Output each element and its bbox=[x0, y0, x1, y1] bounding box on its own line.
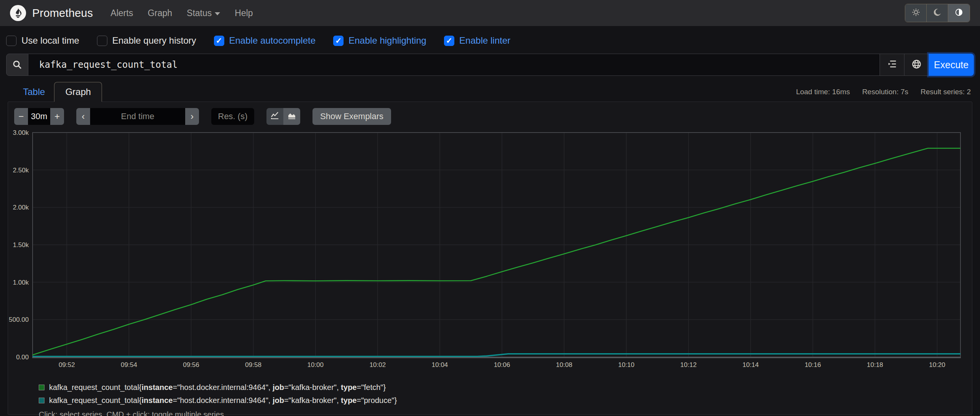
time-series-chart[interactable]: 0.00500.001.00k1.50k2.00k2.50k3.00k09:52… bbox=[8, 130, 971, 375]
checkbox-enable-linter[interactable]: ✓Enable linter bbox=[444, 35, 510, 46]
search-icon bbox=[6, 54, 28, 76]
metrics-explorer-button[interactable] bbox=[904, 54, 929, 76]
query-expression-input[interactable] bbox=[28, 54, 880, 76]
checkbox-label: Enable highlighting bbox=[349, 35, 426, 46]
checkbox-label: Use local time bbox=[21, 35, 79, 46]
end-time-input[interactable] bbox=[90, 108, 185, 125]
x-axis-tick-label: 10:00 bbox=[307, 361, 324, 369]
nav-item-label: Status bbox=[187, 8, 212, 18]
checkbox-use-local-time[interactable]: ✓Use local time bbox=[6, 35, 79, 46]
x-axis-tick-label: 10:14 bbox=[742, 361, 759, 369]
series-line-0[interactable] bbox=[33, 148, 960, 355]
checkbox-enable-query-history[interactable]: ✓Enable query history bbox=[97, 35, 196, 46]
prometheus-app: Prometheus AlertsGraphStatusHelp bbox=[0, 0, 980, 416]
x-axis-tick-label: 10:16 bbox=[805, 361, 821, 369]
checkmark-icon: ✓ bbox=[446, 37, 452, 44]
x-axis-tick-label: 10:04 bbox=[432, 361, 448, 369]
y-axis-tick-label: 0.00 bbox=[16, 354, 29, 361]
line-chart-icon bbox=[270, 111, 280, 122]
resolution-input[interactable] bbox=[211, 108, 254, 125]
checkbox-checked-icon[interactable]: ✓ bbox=[444, 36, 454, 46]
x-axis-tick-label: 09:56 bbox=[183, 361, 199, 369]
checkbox-unchecked-icon[interactable]: ✓ bbox=[6, 36, 16, 46]
theme-toggle-group bbox=[905, 4, 970, 22]
chart-type-group bbox=[266, 108, 300, 125]
y-axis-tick-label: 1.00k bbox=[13, 279, 29, 286]
nav-item-help[interactable]: Help bbox=[235, 8, 253, 18]
line-chart-button[interactable] bbox=[266, 108, 283, 125]
chart-legend: kafka_request_count_total{instance="host… bbox=[8, 383, 972, 416]
x-axis-tick-label: 09:58 bbox=[245, 361, 261, 369]
nav-item-alerts[interactable]: Alerts bbox=[110, 8, 133, 18]
x-axis-tick-label: 10:06 bbox=[494, 361, 510, 369]
x-axis-tick-label: 10:18 bbox=[867, 361, 883, 369]
app-title: Prometheus bbox=[32, 7, 93, 20]
y-axis-tick-label: 2.00k bbox=[13, 204, 29, 211]
x-axis-tick-label: 10:20 bbox=[929, 361, 945, 369]
tab-graph[interactable]: Graph bbox=[54, 82, 102, 102]
time-back-button[interactable]: ‹ bbox=[76, 108, 90, 125]
nav-item-label: Alerts bbox=[110, 8, 133, 18]
result-series-stat: Result series: 2 bbox=[921, 88, 971, 96]
panel-tabs: Table Graph bbox=[8, 82, 102, 102]
theme-auto-button[interactable] bbox=[948, 4, 970, 22]
checkbox-checked-icon[interactable]: ✓ bbox=[214, 36, 224, 46]
tab-table[interactable]: Table bbox=[14, 83, 54, 101]
chart-area[interactable]: 0.00500.001.00k1.50k2.00k2.50k3.00k09:52… bbox=[8, 130, 972, 377]
navbar-links: AlertsGraphStatusHelp bbox=[110, 8, 253, 18]
legend-series-label: kafka_request_count_total{instance="host… bbox=[49, 396, 397, 405]
legend-series-label: kafka_request_count_total{instance="host… bbox=[49, 383, 386, 392]
graph-panel: − + ‹ › bbox=[8, 102, 972, 415]
tree-view-button[interactable] bbox=[880, 54, 904, 76]
checkbox-label: Enable query history bbox=[112, 35, 196, 46]
checkbox-enable-highlighting[interactable]: ✓Enable highlighting bbox=[333, 35, 426, 46]
checkbox-unchecked-icon[interactable]: ✓ bbox=[97, 36, 107, 46]
checkbox-label: Enable autocomplete bbox=[229, 35, 316, 46]
query-options-row: ✓Use local time✓Enable query history✓Ena… bbox=[0, 26, 980, 54]
legend-item-0[interactable]: kafka_request_count_total{instance="host… bbox=[39, 383, 972, 392]
stacked-chart-button[interactable] bbox=[283, 108, 300, 125]
x-axis-tick-label: 10:02 bbox=[370, 361, 386, 369]
legend-hint: Click: select series, CMD + click: toggl… bbox=[39, 410, 972, 416]
stacked-chart-icon bbox=[287, 111, 296, 122]
checkbox-label: Enable linter bbox=[459, 35, 510, 46]
checkbox-enable-autocomplete[interactable]: ✓Enable autocomplete bbox=[214, 35, 316, 46]
sun-icon bbox=[912, 8, 920, 18]
decrease-range-button[interactable]: − bbox=[14, 108, 28, 125]
nav-item-graph[interactable]: Graph bbox=[148, 8, 172, 18]
graph-controls: − + ‹ › bbox=[8, 102, 972, 125]
globe-icon bbox=[911, 59, 922, 71]
increase-range-button[interactable]: + bbox=[50, 108, 64, 125]
load-time-stat: Load time: 16ms bbox=[796, 88, 850, 96]
range-group: − + bbox=[14, 108, 64, 125]
legend-swatch-icon bbox=[39, 385, 44, 390]
navbar: Prometheus AlertsGraphStatusHelp bbox=[0, 0, 980, 26]
checkbox-checked-icon[interactable]: ✓ bbox=[333, 36, 344, 46]
x-axis-tick-label: 10:10 bbox=[618, 361, 635, 369]
query-input-group: Execute bbox=[6, 54, 974, 76]
nav-item-label: Help bbox=[235, 8, 253, 18]
y-axis-tick-label: 500.00 bbox=[9, 316, 29, 323]
chevron-right-icon: › bbox=[191, 111, 194, 122]
theme-light-button[interactable] bbox=[905, 4, 927, 22]
chevron-left-icon: ‹ bbox=[82, 111, 85, 122]
x-axis-tick-label: 09:52 bbox=[59, 361, 75, 369]
tab-row: Table Graph Load time: 16ms Resolution: … bbox=[8, 82, 972, 102]
caret-down-icon bbox=[215, 12, 220, 15]
series-line-1[interactable] bbox=[33, 354, 960, 357]
range-input[interactable] bbox=[28, 108, 50, 125]
execute-button[interactable]: Execute bbox=[929, 54, 974, 76]
y-axis-tick-label: 2.50k bbox=[13, 167, 29, 174]
prometheus-logo-icon[interactable] bbox=[10, 5, 26, 21]
show-exemplars-button[interactable]: Show Exemplars bbox=[312, 108, 391, 125]
nav-item-status[interactable]: Status bbox=[187, 8, 220, 18]
theme-dark-button[interactable] bbox=[927, 4, 948, 22]
moon-icon bbox=[933, 8, 942, 18]
y-axis-tick-label: 3.00k bbox=[13, 130, 29, 136]
time-forward-button[interactable]: › bbox=[185, 108, 199, 125]
legend-item-1[interactable]: kafka_request_count_total{instance="host… bbox=[39, 396, 972, 405]
x-axis-tick-label: 09:54 bbox=[121, 361, 137, 369]
resolution-stat: Resolution: 7s bbox=[862, 88, 908, 96]
list-tree-icon bbox=[887, 59, 897, 70]
checkmark-icon: ✓ bbox=[216, 37, 222, 44]
